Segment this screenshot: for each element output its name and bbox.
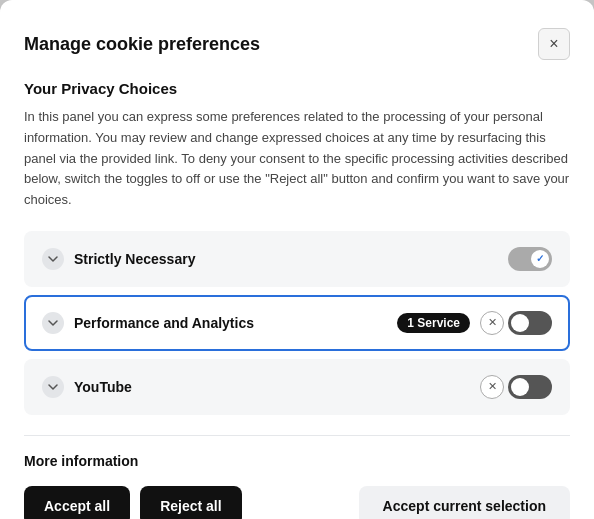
- close-button[interactable]: ×: [538, 28, 570, 60]
- toggle-x-youtube[interactable]: ✕: [480, 375, 504, 399]
- chevron-performance-analytics[interactable]: [42, 312, 64, 334]
- category-label-performance-analytics: Performance and Analytics: [74, 315, 254, 331]
- chevron-strictly-necessary[interactable]: [42, 248, 64, 270]
- more-info-section: More information: [24, 435, 570, 470]
- category-label-youtube: YouTube: [74, 379, 132, 395]
- service-badge-performance-analytics: 1 Service: [397, 313, 470, 333]
- accept-all-button[interactable]: Accept all: [24, 486, 130, 519]
- categories-list: Strictly Necessary ✓: [24, 231, 570, 415]
- privacy-heading: Your Privacy Choices: [24, 80, 570, 97]
- category-youtube: YouTube ✕: [24, 359, 570, 415]
- privacy-section: Your Privacy Choices In this panel you c…: [24, 80, 570, 211]
- toggle-youtube[interactable]: [508, 375, 552, 399]
- toggle-strictly-necessary[interactable]: ✓: [508, 247, 552, 271]
- modal-title: Manage cookie preferences: [24, 34, 260, 55]
- category-performance-analytics: Performance and Analytics 1 Service ✕: [24, 295, 570, 351]
- modal-header: Manage cookie preferences ×: [24, 28, 570, 60]
- category-strictly-necessary: Strictly Necessary ✓: [24, 231, 570, 287]
- reject-all-button[interactable]: Reject all: [140, 486, 241, 519]
- chevron-youtube[interactable]: [42, 376, 64, 398]
- toggle-performance-analytics[interactable]: [508, 311, 552, 335]
- more-info-heading: More information: [24, 453, 138, 469]
- category-label-strictly-necessary: Strictly Necessary: [74, 251, 195, 267]
- accept-selection-button[interactable]: Accept current selection: [359, 486, 570, 519]
- cookie-preferences-modal: Manage cookie preferences × Your Privacy…: [0, 0, 594, 519]
- footer-buttons: Accept all Reject all Accept current sel…: [24, 486, 570, 519]
- toggle-x-performance-analytics[interactable]: ✕: [480, 311, 504, 335]
- privacy-description: In this panel you can express some prefe…: [24, 107, 570, 211]
